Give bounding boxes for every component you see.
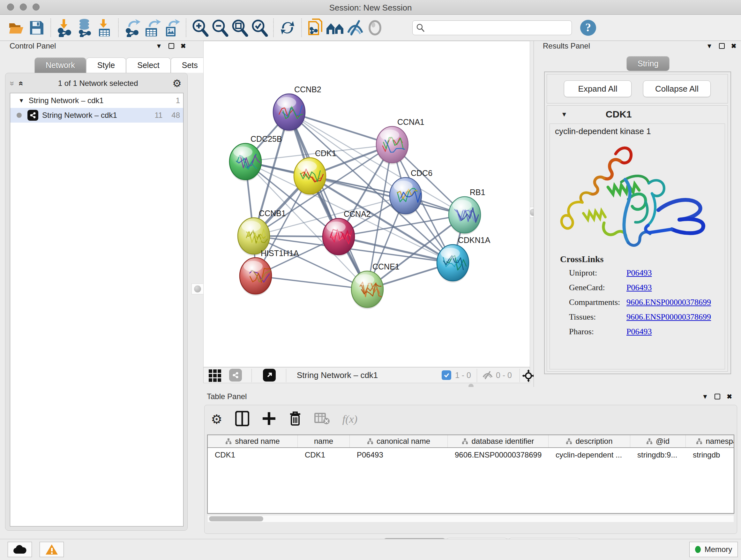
tab-select[interactable]: Select — [126, 57, 171, 73]
maximize-panel-icon[interactable] — [719, 43, 725, 49]
node-label-CCNB2: CCNB2 — [294, 85, 321, 94]
network-node-CCNB2[interactable]: CCNB2 — [273, 85, 321, 132]
network-row[interactable]: String Network – cdk1 11 48 — [10, 108, 183, 123]
network-node-HIST1H1A[interactable]: HIST1H1A — [240, 249, 299, 296]
close-panel-icon[interactable]: ✖ — [727, 393, 732, 400]
cloud-status-button[interactable] — [8, 542, 32, 557]
control-panel-controls: ▼ ✖ — [156, 42, 186, 50]
column-header-description[interactable]: description — [549, 435, 630, 447]
import-network-icon[interactable] — [55, 18, 75, 38]
table-cell[interactable]: P06493 — [350, 450, 448, 459]
zoom-fit-icon[interactable] — [230, 18, 250, 38]
table-cell[interactable]: stringdb:9... — [630, 450, 686, 459]
expand-all-icon[interactable]: « — [16, 81, 26, 85]
crosslink-link[interactable]: P06493 — [626, 268, 652, 278]
column-header-database-identifier[interactable]: database identifier — [448, 435, 549, 447]
table-options-gear-icon[interactable]: ⚙ — [211, 412, 222, 427]
open-session-icon[interactable] — [7, 18, 27, 38]
column-header-canonical-name[interactable]: canonical name — [350, 435, 448, 447]
crosslink-link[interactable]: P06493 — [626, 327, 652, 336]
tab-string[interactable]: String — [626, 56, 670, 71]
delete-column-icon[interactable] — [289, 411, 301, 428]
network-options-gear-icon[interactable]: ⚙ — [172, 77, 182, 89]
close-panel-icon[interactable]: ✖ — [181, 42, 186, 50]
network-edge-CCNB2-CCNE1[interactable] — [289, 112, 367, 289]
save-session-icon[interactable] — [27, 18, 47, 38]
refresh-icon[interactable] — [278, 18, 297, 38]
clone-network-icon[interactable] — [306, 18, 326, 38]
table-cell[interactable]: CDK1 — [208, 450, 298, 459]
network-canvas[interactable]: CCNB2CCNA1CDC25BCDK1CDC6RB1CCNB1CCNA2CDK… — [203, 41, 530, 367]
zoom-in-icon[interactable] — [190, 18, 210, 38]
vertical-splitter-handle[interactable] — [192, 284, 204, 294]
add-column-icon[interactable] — [262, 412, 276, 427]
collapse-all-icon[interactable]: » — [7, 81, 17, 85]
crosslink-link[interactable]: P06493 — [626, 283, 652, 293]
collapse-all-button[interactable]: Collapse All — [643, 80, 711, 97]
search-icon — [416, 23, 425, 33]
control-panel-tabs: NetworkStyleSelectSets — [35, 57, 209, 73]
maximize-panel-icon[interactable] — [169, 43, 174, 49]
import-database-icon[interactable] — [75, 18, 94, 38]
close-panel-icon[interactable]: ✖ — [731, 42, 737, 50]
table-cell[interactable]: 9606.ENSP00000378699 — [448, 450, 549, 459]
table-cell[interactable]: stringdb — [686, 450, 734, 459]
shared-column-icon — [646, 438, 653, 444]
open-in-browser-icon[interactable] — [263, 369, 276, 381]
float-panel-icon[interactable]: ▼ — [156, 43, 162, 50]
expand-all-button[interactable]: Expand All — [564, 80, 631, 97]
string-view-icon[interactable] — [229, 369, 242, 381]
grid-view-icon[interactable] — [209, 369, 221, 382]
export-network-icon[interactable] — [123, 18, 142, 38]
toolbar-search-input[interactable] — [425, 23, 562, 33]
fit-content-crosshair-icon[interactable] — [522, 369, 535, 383]
warning-status-button[interactable] — [40, 542, 64, 557]
memory-button[interactable]: Memory — [689, 542, 738, 557]
maximize-panel-icon[interactable] — [715, 394, 720, 399]
column-header-name[interactable]: name — [298, 435, 350, 447]
string-home-icon[interactable] — [326, 18, 345, 38]
float-panel-icon[interactable]: ▼ — [702, 393, 708, 400]
selected-checkbox-icon[interactable] — [442, 370, 451, 380]
export-image-icon[interactable] — [162, 18, 182, 38]
show-columns-icon[interactable] — [235, 411, 249, 428]
network-node-CDKN1A[interactable]: CDKN1A — [437, 236, 490, 283]
column-header--id[interactable]: @id — [630, 435, 686, 447]
gene-section-header[interactable]: ▼ CDK1 — [547, 106, 728, 123]
scrollbar-thumb[interactable] — [209, 516, 263, 521]
export-table-icon[interactable] — [142, 18, 162, 38]
node-count: 11 — [154, 111, 162, 120]
crosslink-link[interactable]: 9606.ENSP00000378699 — [626, 298, 711, 307]
shared-column-icon — [696, 438, 702, 444]
help-icon[interactable]: ? — [578, 18, 598, 38]
column-header-namespace[interactable]: namespace — [686, 435, 734, 447]
crosslink-row: GeneCard:P06493 — [569, 283, 722, 293]
zoom-selected-icon[interactable] — [250, 18, 269, 38]
network-edge-HIST1H1A-CCNE1[interactable] — [256, 276, 367, 289]
table-row[interactable]: CDK1CDK1P064939606.ENSP00000378699cyclin… — [208, 448, 734, 462]
float-panel-icon[interactable]: ▼ — [706, 43, 713, 50]
column-header-shared-name[interactable]: shared name — [208, 435, 298, 447]
zoom-out-icon[interactable] — [210, 18, 230, 38]
table-cell[interactable]: cyclin-dependent ... — [549, 450, 630, 459]
birdseye-icon[interactable] — [365, 18, 385, 38]
network-node-CCNA1[interactable]: CCNA1 — [376, 118, 424, 165]
tree-expander-icon[interactable]: ▼ — [18, 98, 24, 104]
hide-panel-icon[interactable] — [345, 18, 365, 38]
table-cell[interactable]: CDK1 — [298, 450, 350, 459]
tab-network[interactable]: Network — [35, 57, 86, 73]
network-node-RB1[interactable]: RB1 — [449, 188, 485, 235]
import-table-icon[interactable] — [94, 18, 114, 38]
table-panel-title: Table Panel — [207, 392, 247, 401]
section-expander-icon[interactable]: ▼ — [561, 111, 567, 118]
gene-description: cyclin-dependent kinase 1 — [555, 126, 651, 136]
cloud-icon — [13, 545, 27, 554]
table-hscrollbar[interactable] — [208, 515, 734, 522]
crosslink-link[interactable]: 9606.ENSP00000378699 — [626, 312, 711, 322]
network-collection-row[interactable]: ▼ String Network – cdk1 1 — [10, 93, 183, 108]
tab-style[interactable]: Style — [86, 57, 126, 73]
crosslink-row: Uniprot:P06493 — [569, 268, 722, 278]
results-panel-title: Results Panel — [543, 42, 590, 51]
title-bar: Session: New Session — [0, 0, 741, 15]
toolbar-separator — [286, 369, 286, 382]
